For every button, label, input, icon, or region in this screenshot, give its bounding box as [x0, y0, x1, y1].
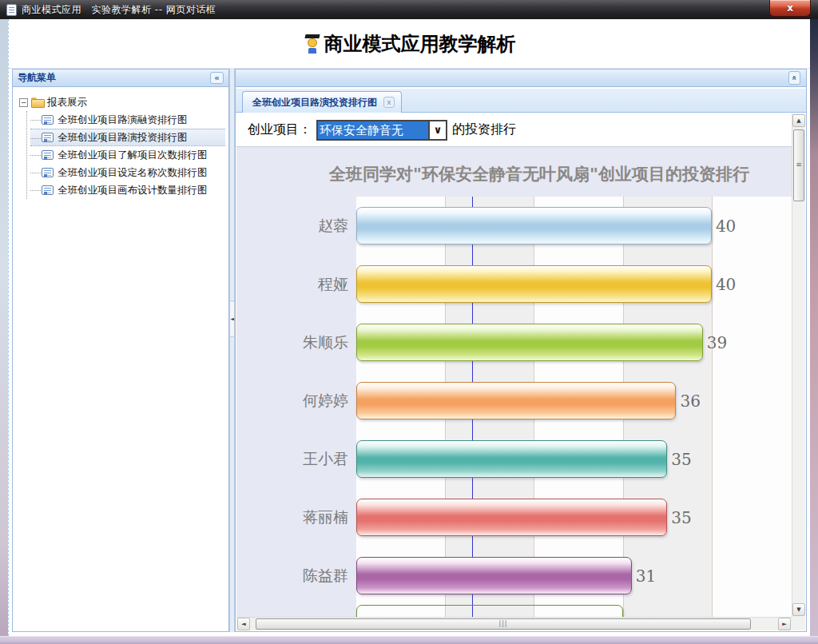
- chart-row: 程娅40: [236, 255, 792, 313]
- bar-value-label: 36: [680, 392, 700, 411]
- bar-track: 35: [356, 430, 792, 488]
- category-label: 何婷婷: [236, 391, 356, 411]
- category-label: 程娅: [236, 274, 356, 295]
- sidebar-item-label: 全班创业项目画布设计数量排行图: [58, 184, 208, 197]
- scroll-left-icon[interactable]: ◄: [237, 618, 250, 630]
- bar-value-label: 31: [636, 566, 656, 586]
- main-panel: « 全班创业项目路演投资排行图 x 创业项目： 环保安全静音无 ∨: [235, 69, 807, 632]
- bar: [356, 324, 703, 361]
- page: 商业模式应用教学解析 导航菜单 « − 报表展示: [8, 19, 810, 636]
- sidebar-item-financing-rank[interactable]: 全班创业项目路演融资排行图: [30, 111, 225, 129]
- chart-row: 陈益群31: [236, 547, 792, 605]
- page-title: 商业模式应用教学解析: [304, 31, 516, 57]
- window-title: 商业模式应用 实验教学解析 -- 网页对话框: [22, 3, 216, 17]
- sidebar-item-investment-rank[interactable]: 全班创业项目路演投资排行图: [30, 129, 225, 146]
- graduate-icon: [304, 34, 321, 54]
- sidebar-header: 导航菜单 «: [13, 70, 228, 87]
- document-icon: [6, 4, 17, 16]
- sidebar-collapse-icon[interactable]: «: [210, 72, 224, 84]
- window-border-left: [0, 19, 8, 636]
- scroll-down-icon[interactable]: ▼: [792, 603, 805, 616]
- tab-close-icon[interactable]: x: [383, 97, 395, 108]
- tab-bar: 全班创业项目路演投资排行图 x: [236, 89, 806, 113]
- bar-track: 40: [356, 255, 792, 313]
- report-icon: [42, 168, 54, 177]
- bar: [356, 499, 667, 536]
- bar-value-label: 39: [707, 333, 727, 352]
- tab-label: 全班创业项目路演投资排行图: [252, 96, 377, 109]
- bar-track: 39: [356, 313, 792, 372]
- bar-value-label: 35: [671, 508, 691, 527]
- category-label: 赵蓉: [236, 216, 356, 237]
- sidebar-item-label: 全班创业项目设定名称次数排行图: [58, 166, 208, 180]
- panel-collapse-up-icon[interactable]: «: [788, 71, 800, 85]
- chart-rows: 赵蓉40程娅40朱顺乐39何婷婷36王小君35蒋丽楠35陈益群31: [236, 197, 792, 617]
- bar-value-label: 35: [671, 450, 691, 469]
- control-row: 创业项目： 环保安全静音无 ∨ 的投资排行: [236, 113, 792, 147]
- bar: [356, 265, 712, 303]
- chart-row: 何婷婷36: [236, 372, 792, 430]
- bar-track: 31: [356, 547, 792, 605]
- bar-track: [356, 605, 792, 617]
- chart-row: 王小君35: [236, 430, 792, 488]
- bar-track: 35: [356, 488, 792, 547]
- bar-value-label: 40: [716, 217, 736, 236]
- tree-root-label: 报表展示: [47, 96, 87, 109]
- scroll-right-icon[interactable]: ►: [778, 618, 791, 630]
- sidebar-item-label: 全班创业项目路演投资排行图: [58, 131, 188, 145]
- bar: [356, 207, 712, 244]
- tree-root-node[interactable]: − 报表展示: [19, 93, 225, 111]
- sidebar-item-label: 全班创业项目了解项目次数排行图: [58, 149, 208, 162]
- chart-row: 蒋丽楠35: [236, 488, 792, 547]
- window-border-right: [810, 19, 818, 636]
- chart-title: 全班同学对"环保安全静音无叶风扇"创业项目的投资排行: [236, 147, 792, 197]
- bar-track: 40: [356, 197, 792, 255]
- sidebar-item-label: 全班创业项目路演融资排行图: [58, 113, 188, 127]
- sidebar-panel: 导航菜单 « − 报表展示 全班创业项目路演融资排行图: [12, 69, 229, 632]
- bar: [356, 605, 623, 617]
- chart-area: 全班同学对"环保安全静音无叶风扇"创业项目的投资排行 赵蓉40程娅40朱顺乐39…: [236, 147, 792, 617]
- sidebar-header-title: 导航菜单: [18, 71, 56, 85]
- tab-investment-rank[interactable]: 全班创业项目路演投资排行图 x: [242, 91, 402, 113]
- horizontal-scrollbar[interactable]: ◄ ||| ►: [236, 617, 792, 630]
- bar-track: 36: [356, 372, 792, 430]
- sidebar-item-understanding-count-rank[interactable]: 全班创业项目了解项目次数排行图: [30, 146, 225, 164]
- window-border-bottom: [0, 636, 818, 644]
- folder-icon: [31, 97, 44, 107]
- category-label: 蒋丽楠: [236, 507, 356, 528]
- tree-collapse-icon[interactable]: −: [19, 98, 28, 107]
- vertical-scrollbar[interactable]: ▲ ≡ ▼: [792, 113, 805, 617]
- report-icon: [42, 150, 54, 160]
- report-icon: [42, 185, 54, 195]
- tab-content: 创业项目： 环保安全静音无 ∨ 的投资排行 全班同学对"环保安全静音无叶风扇"创…: [236, 113, 805, 630]
- report-icon: [42, 115, 54, 125]
- project-select-value: 环保安全静音无: [318, 121, 428, 139]
- sidebar-item-naming-count-rank[interactable]: 全班创业项目设定名称次数排行图: [30, 164, 225, 181]
- scroll-up-icon[interactable]: ▲: [792, 114, 805, 127]
- project-select-label: 创业项目：: [248, 121, 312, 138]
- scrollbar-corner: [792, 617, 805, 630]
- dialog-window: 商业模式应用 实验教学解析 -- 网页对话框 x 商业模式应用教学解析 导航菜单…: [0, 0, 818, 644]
- splitter-collapse-icon[interactable]: ◄: [229, 300, 235, 337]
- bar: [356, 382, 676, 419]
- page-header: 商业模式应用教学解析: [9, 19, 810, 69]
- panel-splitter[interactable]: ◄: [229, 69, 235, 632]
- report-tree: − 报表展示 全班创业项目路演融资排行图 全班创业项目路演投资排行图: [13, 87, 228, 199]
- bar: [356, 557, 632, 594]
- titlebar: 商业模式应用 实验教学解析 -- 网页对话框 x: [0, 0, 818, 19]
- sidebar-item-canvas-count-rank[interactable]: 全班创业项目画布设计数量排行图: [30, 181, 225, 199]
- horizontal-scroll-thumb[interactable]: |||: [256, 618, 751, 630]
- project-select[interactable]: 环保安全静音无 ∨: [316, 120, 447, 141]
- chart-row: 赵蓉40: [236, 197, 792, 255]
- main-panel-header: «: [236, 70, 806, 87]
- report-icon: [42, 133, 54, 142]
- close-button[interactable]: x: [769, 0, 811, 17]
- category-label: 朱顺乐: [236, 332, 356, 353]
- bar-value-label: 40: [716, 275, 736, 294]
- page-title-text: 商业模式应用教学解析: [324, 31, 516, 57]
- vertical-scroll-thumb[interactable]: ≡: [793, 129, 804, 201]
- chart-row: 朱顺乐39: [236, 313, 792, 372]
- dropdown-arrow-icon[interactable]: ∨: [428, 121, 446, 139]
- category-label: 陈益群: [236, 566, 356, 586]
- bar: [356, 440, 667, 478]
